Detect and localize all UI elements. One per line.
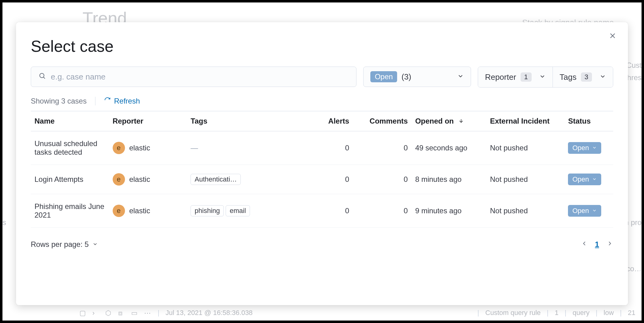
- case-search-input[interactable]: [51, 72, 349, 82]
- tags-filter-count: 3: [581, 72, 592, 82]
- rows-per-page-dropdown[interactable]: Rows per page: 5: [31, 240, 98, 249]
- cell-external-incident: Not pushed: [486, 131, 565, 165]
- reporter-filter-label: Reporter: [485, 72, 516, 82]
- col-header-opened-on[interactable]: Opened on: [412, 111, 486, 131]
- table-row[interactable]: Login AttemptseelasticAuthenticati…008 m…: [31, 165, 613, 194]
- cell-opened-on: 49 seconds ago: [412, 131, 486, 165]
- reporter-name: elastic: [129, 144, 150, 152]
- modal-title: Select case: [31, 37, 613, 55]
- select-case-modal: Select case Open (3) Reporter 1: [16, 22, 628, 305]
- cell-tags: Authenticati…: [187, 165, 304, 194]
- cube-icon: ⬡: [105, 309, 113, 317]
- col-header-reporter[interactable]: Reporter: [109, 111, 187, 131]
- showing-count: Showing 3 cases: [31, 97, 87, 105]
- bg-value: query: [573, 309, 590, 317]
- divider: [95, 97, 95, 105]
- refresh-icon: [104, 97, 111, 105]
- page-prev-button[interactable]: [581, 240, 588, 249]
- bg-text-fragment: co…: [626, 264, 642, 273]
- cell-tags: —: [187, 131, 304, 165]
- cell-opened-on: 9 minutes ago: [412, 194, 486, 228]
- reporter-tags-filter-group: Reporter 1 Tags 3: [478, 67, 613, 88]
- table-row[interactable]: Phishing emails June 2021eelasticphishin…: [31, 194, 613, 228]
- folder-icon: ▭: [131, 309, 139, 317]
- rows-per-page-label: Rows per page: 5: [31, 240, 89, 249]
- cases-table: Name Reporter Tags Alerts Comments Opene…: [31, 111, 613, 228]
- tag-chip: email: [226, 205, 250, 216]
- cell-reporter: eelastic: [109, 165, 187, 194]
- sort-desc-icon: [458, 117, 464, 125]
- cell-status: Open: [564, 194, 613, 228]
- col-header-external[interactable]: External Incident: [486, 111, 565, 131]
- table-row[interactable]: Unusual scheduled tasks detectedeelastic…: [31, 131, 613, 165]
- bg-value: low: [604, 309, 614, 317]
- chevron-down-icon: [592, 207, 597, 215]
- tag-chip: Authenticati…: [191, 174, 241, 185]
- cell-alerts: 0: [304, 165, 353, 194]
- status-label: Open: [572, 207, 589, 215]
- cell-tags: phishingemail: [187, 194, 304, 228]
- table-header-row: Name Reporter Tags Alerts Comments Opene…: [31, 111, 613, 131]
- cell-alerts: 0: [304, 131, 353, 165]
- col-header-comments[interactable]: Comments: [353, 111, 411, 131]
- info-row: Showing 3 cases Refresh: [31, 97, 613, 105]
- svg-point-0: [40, 73, 44, 78]
- avatar: e: [113, 205, 125, 217]
- square-icon: ▢: [79, 309, 87, 317]
- col-header-name[interactable]: Name: [31, 111, 109, 131]
- bg-text-fragment: Cust: [626, 61, 642, 70]
- status-open-badge: Open: [370, 71, 397, 82]
- cell-comments: 0: [353, 131, 411, 165]
- page-next-button[interactable]: [606, 240, 613, 249]
- cell-status: Open: [564, 165, 613, 194]
- col-header-tags[interactable]: Tags: [187, 111, 304, 131]
- cell-case-name[interactable]: Phishing emails June 2021: [31, 194, 109, 228]
- status-label: Open: [572, 144, 589, 152]
- cell-case-name[interactable]: Unusual scheduled tasks detected: [31, 131, 109, 165]
- col-header-alerts[interactable]: Alerts: [304, 111, 353, 131]
- status-filter-count: (3): [401, 72, 411, 82]
- refresh-label: Refresh: [114, 97, 140, 105]
- cell-case-name[interactable]: Login Attempts: [31, 165, 109, 194]
- chevron-down-icon: [592, 144, 597, 152]
- chevron-down-icon: [536, 72, 546, 82]
- cell-reporter: eelastic: [109, 194, 187, 228]
- bg-rule-name: Custom query rule: [485, 309, 541, 317]
- case-search-input-wrapper[interactable]: [31, 67, 356, 87]
- status-dropdown[interactable]: Open: [568, 205, 601, 217]
- chevron-down-icon: [596, 72, 606, 82]
- bg-text-fragment: s: [2, 218, 6, 227]
- tags-filter-dropdown[interactable]: Tags 3: [553, 67, 613, 87]
- bg-value: 1: [555, 309, 558, 317]
- status-dropdown[interactable]: Open: [568, 174, 601, 185]
- cell-external-incident: Not pushed: [486, 194, 565, 228]
- tree-icon: ⧈: [118, 309, 126, 317]
- avatar: e: [113, 142, 125, 154]
- page-number-current[interactable]: 1: [595, 240, 599, 249]
- table-footer: Rows per page: 5 1: [31, 240, 613, 249]
- reporter-filter-dropdown[interactable]: Reporter 1: [478, 67, 552, 87]
- col-header-status[interactable]: Status: [564, 111, 613, 131]
- refresh-button[interactable]: Refresh: [104, 97, 140, 105]
- more-icon: ⋯: [144, 309, 151, 317]
- no-tags-placeholder: —: [191, 144, 198, 152]
- chevron-down-icon: [92, 240, 98, 249]
- bg-bottom-row: ▢ › ⬡ ⧈ ▭ ⋯ | Jul 13, 2021 @ 16:58:36.03…: [79, 309, 635, 317]
- chevron-right-icon: ›: [92, 309, 100, 317]
- chevron-down-icon: [454, 72, 464, 82]
- cell-status: Open: [564, 131, 613, 165]
- status-dropdown[interactable]: Open: [568, 142, 601, 154]
- status-filter-dropdown[interactable]: Open (3): [363, 67, 471, 87]
- reporter-filter-count: 1: [521, 72, 532, 82]
- close-button[interactable]: [608, 31, 617, 41]
- cell-opened-on: 8 minutes ago: [412, 165, 486, 194]
- avatar: e: [113, 173, 125, 186]
- pagination: 1: [581, 240, 613, 249]
- chevron-down-icon: [592, 175, 597, 183]
- cell-comments: 0: [353, 165, 411, 194]
- cell-reporter: eelastic: [109, 131, 187, 165]
- filter-row: Open (3) Reporter 1 Tags 3: [31, 67, 613, 88]
- reporter-name: elastic: [129, 206, 150, 215]
- bg-timestamp: Jul 13, 2021 @ 16:58:36.038: [166, 309, 253, 317]
- tags-filter-label: Tags: [560, 72, 577, 82]
